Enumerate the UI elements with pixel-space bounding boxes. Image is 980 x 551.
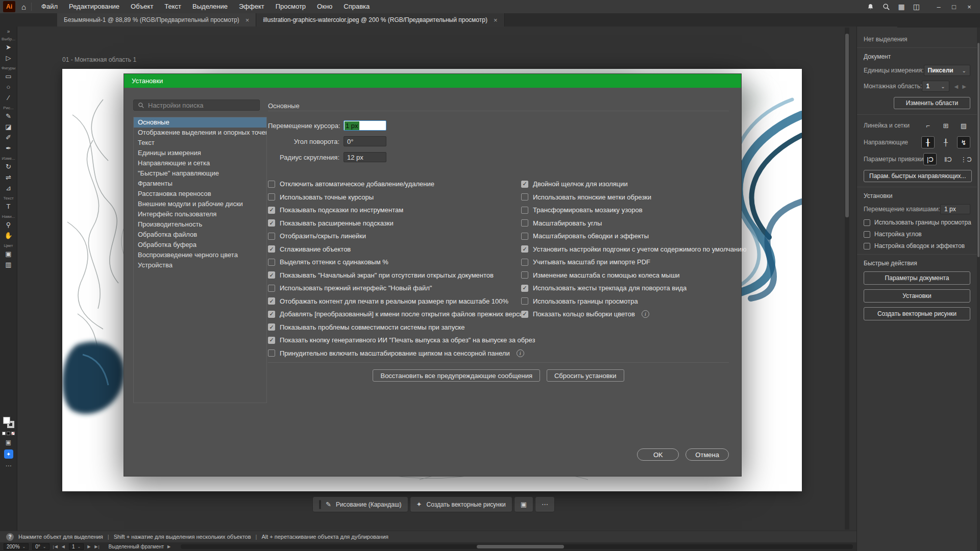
artboard-nav-arrows[interactable]: ◀▶: [954, 84, 970, 89]
ellipse-tool[interactable]: ○: [2, 82, 16, 92]
checkbox[interactable]: ✓: [521, 311, 528, 318]
menu-item[interactable]: Просмотр: [270, 0, 311, 13]
checkbox[interactable]: [521, 219, 528, 227]
preferences-category-item[interactable]: Внешние модули и рабочие диски: [134, 199, 266, 209]
next-artboard-icon[interactable]: ▶: [87, 544, 91, 549]
rectangle-tool[interactable]: ▭: [2, 71, 16, 82]
eraser-tool[interactable]: ◪: [2, 121, 16, 132]
checkbox[interactable]: [268, 181, 275, 188]
field-input[interactable]: 12 px: [344, 152, 386, 162]
checkbox[interactable]: [268, 285, 275, 292]
checkbox[interactable]: ✓: [268, 311, 275, 318]
color-tool[interactable]: ▣: [2, 248, 16, 259]
checkbox[interactable]: [521, 297, 528, 305]
menu-item[interactable]: Выделение: [187, 0, 233, 13]
quick-action-button[interactable]: Создать векторные рисунки: [864, 307, 970, 320]
checkbox[interactable]: [521, 233, 528, 240]
artboard-number-dropdown[interactable]: 1 ⌄: [69, 543, 84, 550]
canvas-vertical-scrollbar[interactable]: [845, 28, 849, 530]
status-display-label[interactable]: Выделенный фрагмент: [109, 544, 164, 549]
menu-item[interactable]: Редактирование: [63, 0, 125, 13]
minimize-button[interactable]: –: [931, 0, 946, 13]
menu-item[interactable]: Справка: [338, 0, 375, 13]
snap-to-point-icon[interactable]: |Ɔ: [923, 153, 937, 165]
checkbox[interactable]: ✓: [268, 245, 275, 253]
checkbox[interactable]: [268, 233, 275, 240]
preferences-category-item[interactable]: Фрагменты: [134, 179, 266, 189]
lock-guides-icon[interactable]: ╀: [939, 136, 952, 148]
type-tool[interactable]: T: [2, 201, 16, 212]
checkbox[interactable]: ✓: [521, 285, 528, 292]
info-icon[interactable]: i: [642, 310, 649, 318]
preferences-category-item[interactable]: Отображение выделения и опорных точек: [134, 128, 266, 138]
preferences-category-item[interactable]: Основные: [134, 117, 266, 128]
paintbrush-tool[interactable]: ✐: [2, 132, 16, 143]
selection-tool[interactable]: ➤: [2, 42, 16, 53]
generative-ai-icon[interactable]: ✦: [4, 449, 13, 459]
checkbox[interactable]: [268, 193, 275, 201]
color-chip-none[interactable]: [11, 432, 15, 435]
home-icon[interactable]: ⌂: [21, 3, 26, 11]
menu-item[interactable]: Файл: [36, 0, 63, 13]
smart-guides-options-button[interactable]: Парам. быстрых направляющих...: [864, 170, 972, 182]
scrollbar-thumb[interactable]: [977, 43, 979, 257]
info-icon[interactable]: i: [517, 349, 524, 357]
checkbox[interactable]: ✓: [268, 297, 275, 305]
menu-item[interactable]: Эффект: [233, 0, 270, 13]
generate-vectors-segment[interactable]: ✦ Создать векторные рисунки: [410, 496, 512, 512]
units-dropdown[interactable]: Пиксели ⌄: [924, 65, 970, 76]
export-segment[interactable]: ▣: [514, 496, 533, 512]
checkbox[interactable]: ✓: [268, 207, 275, 214]
more-tools-icon[interactable]: ⋯: [6, 462, 12, 469]
panels-icon[interactable]: ◫: [913, 3, 920, 11]
document-tab[interactable]: Безымянный-1 @ 88,89 % (RGB/Предваритель…: [57, 13, 256, 27]
checkbox[interactable]: [864, 219, 870, 226]
horizontal-scrollbar[interactable]: [181, 544, 853, 549]
menu-item[interactable]: Окно: [311, 0, 338, 13]
help-icon[interactable]: ?: [6, 533, 14, 541]
field-input[interactable]: 0°: [344, 136, 386, 146]
quick-action-button[interactable]: Установки: [864, 289, 970, 303]
checkbox[interactable]: [268, 349, 275, 357]
pixel-grid-icon[interactable]: ▨: [957, 119, 970, 132]
checkbox[interactable]: [521, 271, 528, 279]
artboard-label[interactable]: 01 - Монтажная область 1: [62, 56, 136, 63]
close-button[interactable]: ×: [962, 0, 977, 13]
checkbox[interactable]: [864, 231, 870, 238]
preferences-category-item[interactable]: Обработка буфера: [134, 240, 266, 250]
zoom-level-dropdown[interactable]: 200% ⌄: [4, 543, 29, 550]
menu-item[interactable]: Объект: [125, 0, 159, 13]
reset-warnings-button[interactable]: Восстановить все предупреждающие сообщен…: [373, 369, 540, 382]
status-display-arrow-icon[interactable]: ▶: [167, 544, 171, 549]
direct-selection-tool[interactable]: ▷: [2, 53, 16, 63]
preferences-category-item[interactable]: Обработка файлов: [134, 230, 266, 240]
color-chip-white[interactable]: [2, 432, 6, 435]
ok-button[interactable]: OK: [637, 448, 679, 461]
first-artboard-icon[interactable]: |◀: [53, 544, 58, 549]
preferences-category-item[interactable]: Единицы измерения: [134, 148, 266, 158]
checkbox[interactable]: ✓: [268, 271, 275, 279]
expand-toolbar-icon[interactable]: »: [7, 29, 10, 34]
scrollbar-thumb[interactable]: [477, 545, 564, 548]
document-tab[interactable]: illustration-graphics-watercolor.jpeg @ …: [256, 13, 504, 27]
preferences-category-item[interactable]: Интерфейс пользователя: [134, 209, 266, 219]
cancel-button[interactable]: Отмена: [685, 448, 729, 461]
artboard-dropdown[interactable]: 1 ⌄: [922, 81, 949, 92]
preferences-category-item[interactable]: Устройства: [134, 260, 266, 270]
line-segment-tool[interactable]: ∕: [2, 92, 16, 103]
checkbox[interactable]: ✓: [268, 219, 275, 227]
snap-to-glyph-icon[interactable]: ⋮Ɔ: [959, 153, 972, 165]
panel-scrollbar[interactable]: [977, 28, 980, 551]
maximize-button[interactable]: □: [946, 0, 962, 13]
checkbox[interactable]: ✓: [521, 245, 528, 253]
checkbox[interactable]: ✓: [268, 323, 275, 331]
reflect-tool[interactable]: ⇌: [2, 172, 16, 183]
fill-swatch[interactable]: [3, 417, 10, 424]
checkbox[interactable]: [521, 193, 528, 201]
hand-tool[interactable]: ✋: [2, 230, 16, 241]
preferences-category-item[interactable]: Направляющие и сетка: [134, 158, 266, 168]
snap-to-grid-icon[interactable]: ‖Ɔ: [941, 153, 954, 165]
color-chip-black[interactable]: [7, 432, 10, 435]
field-input[interactable]: 1 px: [344, 120, 386, 131]
preferences-category-item[interactable]: Расстановка переносов: [134, 189, 266, 199]
